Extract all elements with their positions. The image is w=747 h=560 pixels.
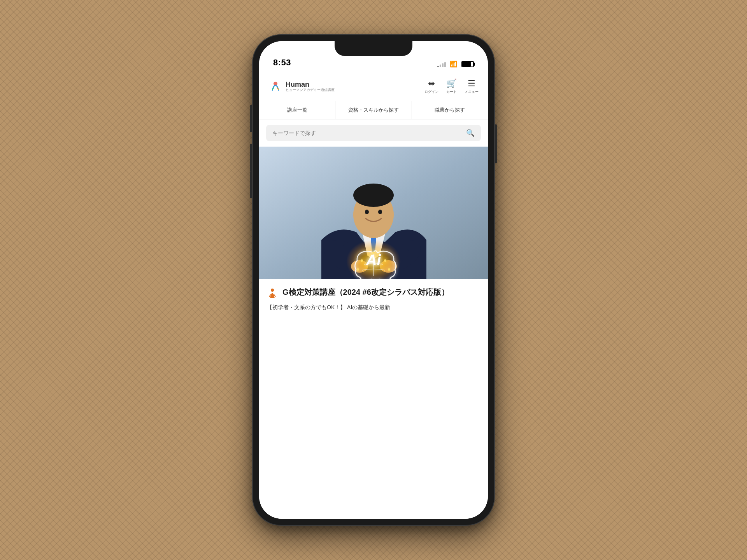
- login-label: ログイン: [424, 89, 438, 94]
- course-section: G検定対策講座（2024 #6改定シラバス対応版） 【初学者・文系の方でもOK！…: [259, 279, 488, 318]
- login-button[interactable]: ⬌ ログイン: [424, 79, 438, 94]
- search-input[interactable]: [272, 130, 466, 136]
- menu-button[interactable]: ☰ メニュー: [465, 79, 479, 94]
- logo-area: Human ヒューマンアカデミー通信講座: [268, 80, 335, 94]
- signal-icon: [437, 61, 446, 67]
- menu-label: メニュー: [465, 89, 479, 94]
- menu-icon: ☰: [468, 79, 475, 89]
- hero-svg: Ai: [259, 147, 488, 279]
- course-description: 【初学者・文系の方でもOK！】 AIの基礎から最新: [267, 303, 480, 312]
- svg-point-9: [378, 210, 382, 214]
- login-icon: ⬌: [428, 79, 435, 89]
- svg-point-17: [388, 268, 390, 271]
- svg-point-16: [357, 268, 359, 271]
- status-time: 8:53: [273, 58, 291, 68]
- svg-point-7: [353, 184, 394, 207]
- site-header: Human ヒューマンアカデミー通信講座 ⬌ ログイン 🛒 カート ☰: [259, 72, 488, 101]
- header-icons: ⬌ ログイン 🛒 カート ☰ メニュー: [424, 79, 479, 94]
- phone-screen: 8:53 📶: [259, 41, 488, 519]
- cart-icon: 🛒: [446, 79, 457, 89]
- logo-main-text: Human: [286, 81, 335, 88]
- cart-label: カート: [446, 89, 457, 94]
- hero-image: Ai: [259, 147, 488, 279]
- search-icon[interactable]: 🔍: [466, 129, 475, 137]
- svg-point-15: [384, 259, 386, 262]
- nav-tabs: 講座一覧 資格・スキルから探す 職業から探す: [259, 101, 488, 119]
- svg-point-18: [271, 289, 274, 292]
- status-bar: 8:53 📶: [259, 41, 488, 72]
- phone-container: 8:53 📶: [253, 35, 494, 525]
- course-icon: [267, 287, 278, 298]
- logo-sub-text: ヒューマンアカデミー通信講座: [286, 88, 335, 93]
- status-icons: 📶: [437, 60, 474, 68]
- battery-icon: [461, 61, 474, 67]
- website-content: Human ヒューマンアカデミー通信講座 ⬌ ログイン 🛒 カート ☰: [259, 72, 488, 519]
- wifi-icon: 📶: [450, 60, 458, 68]
- svg-point-14: [361, 259, 363, 262]
- course-title: G検定対策講座（2024 #6改定シラバス対応版）: [282, 287, 449, 298]
- cart-button[interactable]: 🛒 カート: [446, 79, 457, 94]
- search-input-wrapper[interactable]: 🔍: [266, 125, 481, 141]
- ai-text: Ai: [366, 252, 381, 268]
- logo-text: Human ヒューマンアカデミー通信講座: [286, 81, 335, 93]
- search-bar: 🔍: [259, 119, 488, 147]
- tab-qualification[interactable]: 資格・スキルから探す: [335, 101, 412, 119]
- phone-notch: [335, 41, 412, 56]
- svg-point-8: [365, 210, 369, 214]
- logo-icon: [268, 80, 282, 94]
- tab-course-list[interactable]: 講座一覧: [259, 101, 335, 119]
- course-header: G検定対策講座（2024 #6改定シラバス対応版）: [267, 287, 480, 298]
- tab-occupation[interactable]: 職業から探す: [412, 101, 488, 119]
